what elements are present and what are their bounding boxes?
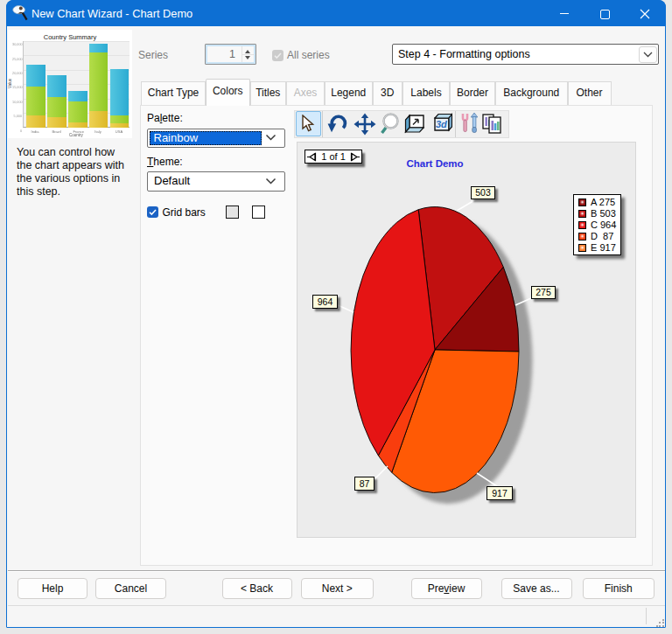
svg-text:3d: 3d [436, 119, 447, 129]
